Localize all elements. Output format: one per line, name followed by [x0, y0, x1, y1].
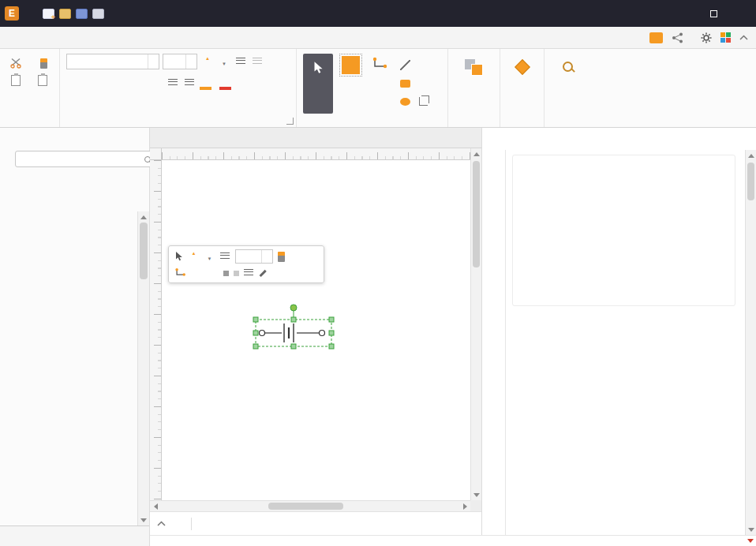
collapse-ribbon-icon[interactable] [739, 35, 748, 40]
mini-shrink-font-button[interactable]: ▼ [204, 250, 215, 263]
mini-cursor-icon[interactable] [174, 251, 183, 262]
canvas-scroll-down-button[interactable] [471, 489, 481, 500]
font-name-combobox[interactable] [66, 54, 159, 69]
line-tool-icon[interactable] [400, 60, 410, 70]
canvas-scroll-right-button[interactable] [459, 501, 470, 511]
canvas-scroll-left-button[interactable] [150, 501, 161, 511]
share-icon[interactable] [672, 32, 683, 43]
mini-shape1-icon[interactable] [223, 271, 229, 276]
color-palette-bar [150, 535, 756, 546]
italic-button[interactable] [83, 75, 96, 91]
page-nav-divider [191, 518, 192, 530]
mini-italic-button[interactable] [208, 267, 219, 279]
ribbon-group-styles [500, 49, 545, 127]
strikethrough-button[interactable] [116, 75, 129, 91]
underline-button[interactable] [99, 75, 113, 91]
fill-scrollbar-thumb[interactable] [747, 163, 754, 200]
canvas-scroll-up-button[interactable] [471, 148, 481, 159]
mini-pen-icon[interactable] [258, 268, 268, 278]
connector-icon [372, 56, 389, 72]
library-scrollbar-thumb[interactable] [140, 223, 148, 279]
line-spacing-button[interactable] [166, 75, 179, 91]
save-icon[interactable] [76, 9, 88, 19]
title-bar: E [0, 0, 756, 27]
alignment-button[interactable] [234, 54, 247, 69]
new-document-icon[interactable] [43, 9, 54, 19]
grow-font-button[interactable]: ▲ [200, 54, 214, 69]
crop-tool-icon[interactable] [419, 97, 428, 106]
editing-button[interactable] [551, 57, 584, 81]
mini-layers-icon[interactable] [244, 269, 253, 277]
mini-format-painter-icon[interactable] [278, 252, 285, 262]
addins-icon[interactable] [720, 32, 731, 43]
bullet-list-button[interactable] [182, 75, 196, 91]
ribbon: ▲ ▼ [0, 49, 756, 128]
scroll-up-button[interactable] [138, 211, 149, 223]
cut-button[interactable] [10, 58, 22, 69]
rotation-handle[interactable] [290, 305, 297, 311]
drawing-canvas[interactable]: ▲ ▼ [162, 160, 470, 500]
library-search-input[interactable] [20, 154, 142, 165]
arrange-button[interactable] [455, 57, 493, 83]
scissors-icon [10, 58, 22, 69]
align-lines-icon [236, 58, 245, 65]
fill-scroll-up-button[interactable] [746, 150, 756, 161]
mini-align-icon [220, 252, 230, 260]
font-size-combobox[interactable] [163, 54, 197, 69]
superscript-button[interactable] [149, 75, 163, 91]
canvas-horizontal-scrollbar[interactable] [150, 500, 470, 511]
canvas-vscroll-thumb[interactable] [473, 161, 480, 267]
mini-bold-button[interactable] [192, 267, 203, 279]
mini-align-button[interactable] [219, 250, 230, 263]
scroll-down-button[interactable] [138, 514, 149, 525]
export-icon[interactable] [649, 32, 663, 43]
close-button[interactable] [728, 0, 756, 27]
maximize-icon [710, 10, 717, 17]
canvas-vertical-scrollbar[interactable] [470, 148, 481, 500]
ribbon-tab-row [0, 27, 756, 49]
pages-collapse-icon[interactable] [157, 521, 166, 526]
library-scrollbar[interactable] [137, 211, 149, 525]
line-spacing-icon [168, 79, 178, 87]
clipboard-icon [11, 75, 21, 86]
canvas-hscroll-thumb[interactable] [268, 503, 343, 510]
horizontal-ruler [162, 148, 470, 160]
fill-task-pane [481, 128, 756, 535]
text-tool-button[interactable] [339, 54, 363, 79]
text-tool-icon [342, 56, 360, 74]
fill-scroll-down-button[interactable] [746, 524, 756, 535]
format-painter-button[interactable] [40, 58, 47, 69]
minimize-button[interactable] [671, 0, 699, 27]
maximize-button[interactable] [699, 0, 728, 27]
styles-icon [515, 59, 530, 75]
selected-shape[interactable] [253, 302, 335, 355]
styles-button[interactable] [507, 57, 537, 82]
highlight-button[interactable] [199, 75, 212, 91]
library-bottom-tabs [0, 525, 149, 546]
open-file-icon[interactable] [59, 9, 71, 19]
fill-panel-scrollbar[interactable] [745, 150, 756, 535]
brush-icon [40, 58, 47, 69]
mini-shape2-icon[interactable] [234, 271, 239, 276]
bold-button[interactable] [66, 75, 80, 91]
mini-grow-font-button[interactable]: ▲ [188, 250, 199, 263]
copy-button[interactable] [38, 75, 49, 86]
palette-scroll-button[interactable] [745, 536, 756, 546]
subscript-button[interactable] [133, 75, 146, 91]
paste-button[interactable] [11, 75, 22, 86]
mini-connector-icon[interactable] [174, 267, 187, 279]
connector-tool-button[interactable] [369, 54, 392, 77]
rectangle-tool-icon[interactable] [400, 80, 410, 88]
mini-font-combobox[interactable] [235, 249, 273, 264]
ellipse-tool-icon[interactable] [400, 98, 410, 106]
battery-symbol [260, 323, 325, 342]
font-dialog-launcher[interactable] [286, 118, 294, 125]
font-color-button[interactable] [219, 75, 232, 91]
select-tool-button[interactable] [303, 54, 333, 114]
ribbon-group-font: ▲ ▼ [60, 49, 297, 127]
vertical-ruler [150, 160, 162, 500]
settings-gear-icon[interactable] [701, 32, 712, 43]
shrink-font-button[interactable]: ▼ [217, 54, 230, 69]
text-direction-button[interactable] [250, 54, 264, 69]
print-icon[interactable] [92, 9, 104, 19]
